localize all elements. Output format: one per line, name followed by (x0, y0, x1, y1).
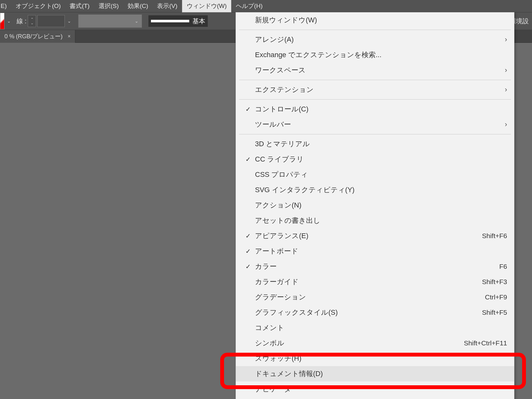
menu-item-label: スウォッチ(H) (255, 354, 507, 363)
menu-item-label: 3D とマテリアル (255, 139, 507, 149)
menu-item[interactable]: ✓CC ライブラリ (236, 152, 514, 167)
submenu-arrow-icon: › (505, 120, 507, 129)
menu-separator (239, 30, 511, 30)
menu-item[interactable]: CSS プロパティ (236, 167, 514, 182)
menu-item[interactable]: グラフィックスタイル(S)Shift+F5 (236, 305, 514, 320)
menu-item-label: アピアランス(E) (255, 231, 482, 241)
stroke-label: 線 : (17, 17, 26, 26)
menu-item[interactable]: コメント (236, 320, 514, 335)
stroke-weight-field[interactable] (37, 15, 65, 27)
menu-item[interactable]: ドキュメント情報(D) (236, 366, 514, 381)
menu-item-label: ツールバー (255, 120, 505, 129)
menu-shortcut: Shift+F5 (482, 309, 507, 316)
menu-item[interactable]: アレンジ(A)› (236, 32, 514, 47)
menu-effect[interactable]: 効果(C) (123, 0, 153, 12)
menu-item-label: アートボード (255, 246, 507, 256)
menu-item-label: ナビゲーター (255, 384, 507, 394)
menu-item[interactable]: グラデーションCtrl+F9 (236, 290, 514, 305)
menu-item[interactable]: ワークスペース› (236, 63, 514, 78)
menu-item-label: ドキュメント情報(D) (255, 369, 507, 379)
menu-item-label: 新規ウィンドウ(W) (255, 15, 507, 25)
brush-preview-icon (151, 20, 189, 22)
menu-select[interactable]: 選択(S) (94, 0, 123, 12)
menu-item[interactable]: ツールバー› (236, 117, 514, 132)
menu-shortcut: Shift+Ctrl+F11 (464, 339, 507, 347)
menu-separator (239, 80, 511, 80)
check-icon: ✓ (241, 263, 255, 270)
menu-object[interactable]: オブジェクト(O) (11, 0, 65, 12)
menu-type[interactable]: 書式(T) (65, 0, 94, 12)
brush-label: 基本 (192, 17, 205, 26)
menu-item-label: カラー (255, 262, 499, 271)
menu-item[interactable]: ✓カラーF6 (236, 259, 514, 274)
menu-separator (239, 99, 511, 100)
menu-item[interactable]: ナビゲーター (236, 381, 514, 397)
menu-shortcut: Shift+F3 (482, 278, 507, 286)
menu-item[interactable]: カラーガイドShift+F3 (236, 274, 514, 290)
check-icon: ✓ (241, 105, 255, 113)
stroke-weight-stepper[interactable]: ⌃⌄ (28, 15, 36, 27)
stroke-dropdown-icon[interactable]: ⌄ (65, 19, 74, 24)
menu-separator (239, 134, 511, 134)
menu-item-label: コントロール(C) (255, 104, 507, 114)
menu-item[interactable]: 3D とマテリアル (236, 136, 514, 152)
menu-item-label: シンボル (255, 338, 464, 348)
menu-item-label: エクステンション (255, 85, 505, 94)
menu-item[interactable]: シンボルShift+Ctrl+F11 (236, 335, 514, 351)
document-tab[interactable]: 0 % (RGB/プレビュー) × (0, 30, 75, 43)
menu-item-label: カラーガイド (255, 277, 482, 287)
menu-item-label: CSS プロパティ (255, 170, 507, 179)
window-menu-dropdown: 新規ウィンドウ(W)アレンジ(A)›Exchange でエクステンションを検索.… (236, 12, 514, 399)
submenu-arrow-icon: › (505, 66, 507, 74)
menu-item-label: CC ライブラリ (255, 154, 507, 164)
menu-item[interactable]: エクステンション› (236, 82, 514, 97)
fill-swatch-icon[interactable] (0, 13, 4, 29)
check-icon: ✓ (241, 247, 255, 255)
fill-dropdown-icon[interactable]: ⌄ (4, 19, 13, 24)
menu-item-label: Exchange でエクステンションを検索... (255, 50, 507, 60)
brush-definition-dropdown[interactable]: 基本 (148, 15, 208, 27)
profile-dropdown[interactable]: ⌄ (78, 14, 142, 28)
submenu-arrow-icon: › (505, 86, 507, 94)
menu-item[interactable]: スウォッチ(H) (236, 351, 514, 366)
menu-item-label: SVG インタラクティビティ(Y) (255, 185, 507, 195)
menu-item[interactable]: アセットの書き出し (236, 213, 514, 228)
menu-shortcut: Ctrl+F9 (485, 293, 507, 301)
menu-item-label: アクション(N) (255, 200, 507, 210)
check-icon: ✓ (241, 232, 255, 240)
menu-item-label: アセットの書き出し (255, 216, 507, 225)
menubar: E) オブジェクト(O) 書式(T) 選択(S) 効果(C) 表示(V) ウィン… (0, 0, 532, 12)
menu-item-label: アレンジ(A) (255, 35, 505, 44)
menu-item[interactable]: ✓アートボード (236, 244, 514, 259)
menu-item[interactable]: バージョン履歴 (236, 397, 514, 399)
check-icon: ✓ (241, 155, 255, 163)
menu-item[interactable]: ✓コントロール(C) (236, 102, 514, 117)
menu-edit[interactable]: E) (0, 1, 11, 11)
menu-item-label: グラフィックスタイル(S) (255, 308, 482, 317)
menu-item[interactable]: Exchange でエクステンションを検索... (236, 47, 514, 63)
menu-item-label: グラデーション (255, 292, 485, 302)
document-tab-title: 0 % (RGB/プレビュー) (4, 33, 63, 40)
menu-help[interactable]: ヘルプ(H) (231, 0, 267, 12)
close-tab-icon[interactable]: × (68, 34, 71, 39)
menu-item[interactable]: SVG インタラクティビティ(Y) (236, 182, 514, 198)
menu-view[interactable]: 表示(V) (153, 0, 182, 12)
menu-item[interactable]: ✓アピアランス(E)Shift+F6 (236, 228, 514, 244)
menu-item-label: ワークスペース (255, 65, 505, 75)
menu-item[interactable]: アクション(N) (236, 198, 514, 213)
menu-window[interactable]: ウィンドウ(W) (182, 0, 232, 12)
menu-item-label: コメント (255, 323, 507, 333)
menu-item[interactable]: 新規ウィンドウ(W) (236, 12, 514, 28)
menu-shortcut: Shift+F6 (482, 232, 507, 240)
menu-shortcut: F6 (499, 263, 507, 270)
submenu-arrow-icon: › (505, 35, 507, 44)
